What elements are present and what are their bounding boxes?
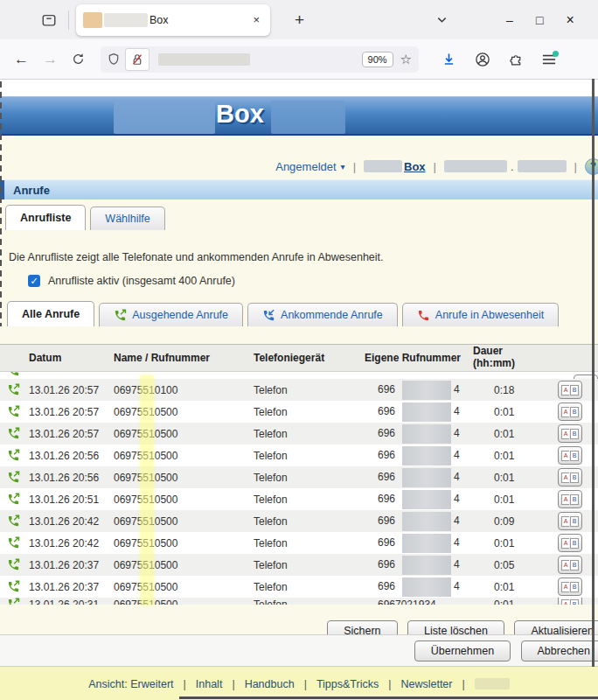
outgoing-call-icon [7, 598, 20, 605]
new-tab-button[interactable]: + [289, 10, 309, 30]
footer-bottom-line [179, 696, 598, 699]
footer-link-inhalt[interactable]: Inhalt [196, 678, 223, 690]
main-tabs: Anrufliste Wählhilfe [0, 206, 598, 230]
tab-anrufliste[interactable]: Anrufliste [5, 205, 86, 230]
filter-tab-missed[interactable]: Anrufe in Abwesenheit [402, 303, 559, 326]
header-dauer: Dauer (hh:mm) [470, 346, 554, 370]
outgoing-call-icon [7, 427, 20, 440]
filter-tab-outgoing[interactable]: Ausgehende Anrufe [99, 303, 243, 326]
bookmark-star-icon[interactable]: ☆ [400, 52, 412, 67]
redacted-own-number [402, 468, 451, 487]
box-home-link[interactable]: Box [364, 160, 426, 173]
call-device: Telefon [245, 494, 360, 506]
own-number-suffix: 4 [454, 383, 460, 396]
own-number: 6967021934 [360, 598, 470, 606]
nav-separator: | [434, 160, 436, 173]
apply-button[interactable]: Übernehmen [414, 640, 511, 662]
shield-icon[interactable] [108, 52, 120, 66]
table-row: 13.01.26 20:57 06975510500 Telefon 6964 … [0, 401, 598, 423]
call-device: Telefon [245, 472, 360, 484]
menu-hamburger-icon[interactable] [542, 53, 556, 66]
footer-link-newsletter[interactable]: Newsletter [400, 678, 452, 690]
tab-waehlhilfe[interactable]: Wählhilfe [90, 206, 164, 230]
redacted-footer-link[interactable] [475, 678, 510, 690]
header-eigene-rufnummer: Eigene Rufnummer [360, 352, 470, 364]
own-number-prefix: 696 [378, 383, 395, 396]
own-number: 6964 [360, 381, 470, 400]
add-to-phonebook-button[interactable]: AB [558, 468, 582, 486]
checkbox-label: Anrufliste aktiv (insgesamt 400 Anrufe) [48, 275, 235, 287]
add-to-phonebook-button[interactable]: AB [558, 512, 582, 530]
zoom-level-badge[interactable]: 90% [362, 52, 393, 67]
add-to-phonebook-button[interactable]: AB [558, 381, 582, 399]
filter-tab-label: Ankommende Anrufe [281, 309, 383, 321]
footer-separator: | [304, 678, 307, 690]
own-number: 6964 [360, 512, 470, 531]
footer-link-handbuch[interactable]: Handbuch [245, 678, 295, 690]
tab-close-icon[interactable]: × [249, 11, 263, 28]
checkbox-checked[interactable]: ✓ [28, 275, 40, 287]
call-duration: 0:01 [470, 472, 554, 484]
filter-tab-all[interactable]: Alle Anrufe [7, 301, 94, 326]
call-device: Telefon [245, 428, 360, 440]
back-button[interactable]: ← [14, 51, 29, 68]
filter-tabs: Alle Anrufe Ausgehende Anrufe Ankommende… [0, 302, 598, 326]
window-close-button[interactable]: × [566, 12, 574, 28]
table-row-clipped-top: AB [0, 372, 598, 379]
cancel-button[interactable]: Abbrechen [521, 640, 598, 662]
reload-button[interactable] [72, 52, 85, 66]
nav-separator: | [574, 160, 577, 173]
footer-link-ansicht[interactable]: Ansicht: Erweitert [88, 678, 173, 690]
call-date: 13.01.26 20:37 [26, 559, 107, 571]
header-dauer-line2: (hh:mm) [473, 357, 515, 369]
filter-tab-incoming[interactable]: Ankommende Anrufe [247, 303, 398, 326]
page-title: Anrufe [13, 184, 50, 197]
call-number: 06975510500 [107, 581, 245, 593]
header-dauer-line1: Dauer [473, 345, 503, 357]
add-to-phonebook-button[interactable]: AB [558, 490, 582, 508]
redacted-logo-left [114, 101, 215, 134]
call-duration: 0:18 [470, 384, 554, 396]
table-row-clipped-bottom: 13.01.26 20:31 06975510500 Telefon 69670… [0, 598, 598, 605]
own-number: 6964 [360, 402, 470, 422]
call-number: 06975510500 [107, 428, 245, 440]
call-date: 13.01.26 20:42 [26, 515, 107, 528]
add-to-phonebook-button[interactable]: AB [558, 534, 582, 552]
redacted-own-number [402, 424, 451, 444]
add-to-phonebook-button[interactable]: AB [558, 402, 582, 421]
outgoing-call-icon [7, 580, 20, 593]
list-tabs-chevron-icon[interactable] [436, 14, 462, 25]
redacted-own-number [402, 578, 451, 597]
outgoing-call-icon [7, 383, 20, 396]
incoming-call-icon [262, 309, 275, 322]
window-minimize-button[interactable]: – [506, 13, 513, 27]
add-to-phonebook-button[interactable]: AB [558, 578, 582, 596]
table-row: 13.01.26 20:37 06975510500 Telefon 6964 … [0, 576, 598, 598]
download-icon[interactable] [442, 52, 456, 66]
call-device: Telefon [245, 537, 360, 550]
box-link-label: Box [404, 160, 426, 173]
firefox-view-icon[interactable] [38, 10, 59, 31]
window-right-edge [592, 79, 595, 667]
add-to-phonebook-button[interactable]: AB [558, 556, 582, 574]
window-maximize-button[interactable]: □ [536, 13, 543, 27]
account-icon[interactable] [475, 52, 490, 67]
table-row: 13.01.26 20:57 06975510500 Telefon 6964 … [0, 423, 598, 444]
browser-tab[interactable]: Box × [76, 4, 270, 36]
page-title-bar: Anrufe [0, 179, 598, 200]
table-header: Datum Name / Rufnummer Telefoniegerät Ei… [0, 344, 598, 372]
url-bar[interactable]: 90% ☆ [101, 46, 419, 73]
add-to-phonebook-button[interactable]: AB [558, 598, 582, 605]
add-to-phonebook-button[interactable]: AB [558, 424, 582, 443]
table-row: 13.01.26 20:51 06975510500 Telefon 6964 … [0, 488, 598, 510]
add-to-phonebook-button[interactable]: AB [558, 446, 582, 465]
own-number: 6964 [360, 468, 470, 487]
outgoing-call-icon [114, 309, 127, 322]
extensions-icon[interactable] [509, 52, 524, 66]
logged-in-menu[interactable]: Angemeldet ▾ [275, 160, 344, 173]
redacted-nav-item: . [444, 160, 567, 173]
outgoing-call-icon [7, 372, 20, 377]
footer-link-tipps[interactable]: Tipps&Tricks [316, 678, 379, 690]
redacted-tab-title [104, 13, 148, 27]
insecure-lock-icon[interactable] [125, 48, 150, 71]
